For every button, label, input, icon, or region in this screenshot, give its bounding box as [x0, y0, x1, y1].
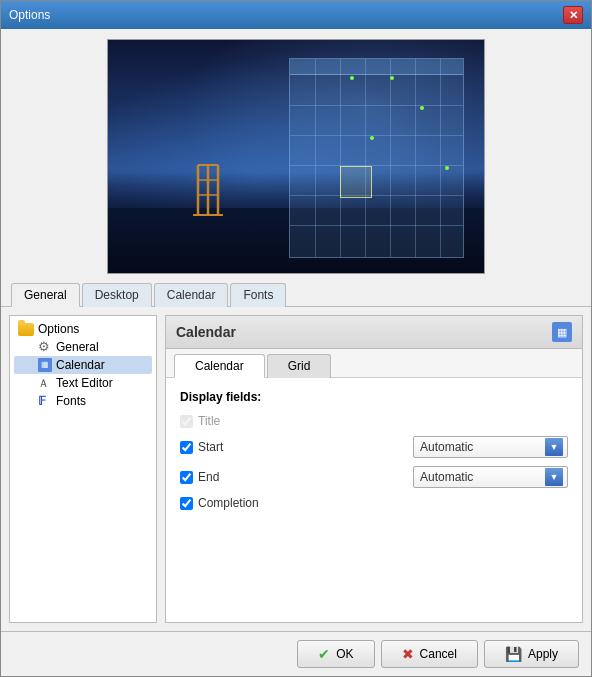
- end-dropdown-arrow: ▼: [545, 468, 563, 486]
- grid-selected-cell: [340, 166, 372, 198]
- sidebar-item-text-editor[interactable]: Ａ Text Editor: [14, 374, 152, 392]
- start-checkbox[interactable]: [180, 441, 193, 454]
- grid-line: [390, 59, 391, 257]
- grid-dot: [350, 76, 354, 80]
- sidebar-item-calendar[interactable]: ▦ Calendar: [14, 356, 152, 374]
- apply-button[interactable]: 💾 Apply: [484, 640, 579, 668]
- grid-line: [415, 59, 416, 257]
- title-checkbox-wrapper: Title: [180, 414, 280, 428]
- completion-checkbox[interactable]: [180, 497, 193, 510]
- cancel-icon: ✖: [402, 646, 414, 662]
- title-label: Title: [198, 414, 220, 428]
- main-content: Options ⚙ General ▦ Calendar Ａ Text Edit…: [1, 307, 591, 631]
- end-checkbox-wrapper: End: [180, 470, 280, 484]
- start-label: Start: [198, 440, 223, 454]
- ok-label: OK: [336, 647, 353, 661]
- apply-icon: 💾: [505, 646, 522, 662]
- tab-general[interactable]: General: [11, 283, 80, 307]
- grid-line: [315, 59, 316, 257]
- content-panel: Calendar ▦ Calendar Grid Display fields:…: [165, 315, 583, 623]
- completion-checkbox-wrapper: Completion: [180, 496, 280, 510]
- sidebar-item-general[interactable]: ⚙ General: [14, 338, 152, 356]
- sidebar-item-fonts[interactable]: 𝔽 Fonts: [14, 392, 152, 410]
- preview-grid-overlay: [289, 58, 464, 258]
- panel-tab-calendar[interactable]: Calendar: [174, 354, 265, 378]
- end-label: End: [198, 470, 219, 484]
- sidebar-item-label: Fonts: [56, 394, 86, 408]
- title-bar: Options ✕: [1, 1, 591, 29]
- options-window: Options ✕: [0, 0, 592, 677]
- preview-area: [1, 29, 591, 282]
- end-checkbox[interactable]: [180, 471, 193, 484]
- top-tabs: General Desktop Calendar Fonts: [1, 282, 591, 307]
- sidebar-item-label: General: [56, 340, 99, 354]
- cancel-button[interactable]: ✖ Cancel: [381, 640, 478, 668]
- grid-overlay: [289, 58, 464, 258]
- grid-dot: [370, 136, 374, 140]
- start-dropdown-value: Automatic: [420, 440, 473, 454]
- apply-label: Apply: [528, 647, 558, 661]
- panel-header: Calendar ▦: [166, 316, 582, 349]
- panel-header-icon: ▦: [552, 322, 572, 342]
- sidebar-item-options[interactable]: Options: [14, 320, 152, 338]
- panel-tab-grid[interactable]: Grid: [267, 354, 332, 378]
- close-button[interactable]: ✕: [563, 6, 583, 24]
- folder-icon: [18, 323, 34, 336]
- window-title: Options: [9, 8, 50, 22]
- panel-body: Display fields: Title Start Automati: [166, 378, 582, 622]
- end-dropdown-value: Automatic: [420, 470, 473, 484]
- end-dropdown[interactable]: Automatic ▼: [413, 466, 568, 488]
- start-dropdown[interactable]: Automatic ▼: [413, 436, 568, 458]
- calendar-icon: ▦: [38, 358, 52, 372]
- ok-button[interactable]: ✔ OK: [297, 640, 374, 668]
- field-row-title: Title: [180, 414, 568, 428]
- panel-tabs: Calendar Grid: [166, 349, 582, 378]
- bottom-bar: ✔ OK ✖ Cancel 💾 Apply: [1, 631, 591, 676]
- grid-line: [340, 59, 341, 257]
- field-row-end: End Automatic ▼: [180, 466, 568, 488]
- title-checkbox[interactable]: [180, 415, 193, 428]
- field-row-start: Start Automatic ▼: [180, 436, 568, 458]
- grid-dot: [390, 76, 394, 80]
- grid-line: [365, 59, 366, 257]
- field-row-completion: Completion: [180, 496, 568, 510]
- fonts-icon: 𝔽: [38, 394, 52, 408]
- sidebar-item-label: Calendar: [56, 358, 105, 372]
- tab-fonts[interactable]: Fonts: [230, 283, 286, 307]
- cancel-label: Cancel: [420, 647, 457, 661]
- structure-silhouette: [188, 160, 243, 218]
- gear-icon: ⚙: [38, 340, 52, 354]
- panel-title: Calendar: [176, 324, 236, 340]
- sidebar-item-label: Options: [38, 322, 79, 336]
- text-editor-icon: Ａ: [38, 376, 52, 390]
- tab-calendar[interactable]: Calendar: [154, 283, 229, 307]
- preview-image: [107, 39, 485, 274]
- grid-dot: [420, 106, 424, 110]
- tab-desktop[interactable]: Desktop: [82, 283, 152, 307]
- grid-line: [440, 59, 441, 257]
- sidebar: Options ⚙ General ▦ Calendar Ａ Text Edit…: [9, 315, 157, 623]
- start-checkbox-wrapper: Start: [180, 440, 280, 454]
- completion-label: Completion: [198, 496, 259, 510]
- ok-icon: ✔: [318, 646, 330, 662]
- sidebar-item-label: Text Editor: [56, 376, 113, 390]
- start-dropdown-arrow: ▼: [545, 438, 563, 456]
- display-fields-label: Display fields:: [180, 390, 568, 404]
- grid-dot: [445, 166, 449, 170]
